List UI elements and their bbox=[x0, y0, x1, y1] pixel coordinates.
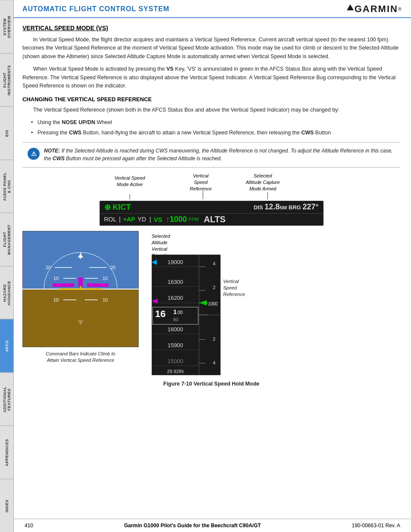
sidebar-tab-appendices[interactable]: APPENDICES bbox=[0, 426, 13, 479]
bullet-list: Using the NOSE UP/DN Wheel Pressing the … bbox=[37, 118, 400, 137]
note-label: NOTE: bbox=[44, 148, 60, 154]
footer-center-text: Garmin G1000 Pilot's Guide for the Beech… bbox=[124, 523, 261, 529]
svg-text:4: 4 bbox=[213, 360, 215, 365]
svg-text:20: 20 bbox=[46, 265, 51, 270]
svg-rect-20 bbox=[53, 283, 74, 287]
paragraph-2: When Vertical Speed Mode is activated by… bbox=[22, 65, 400, 90]
vs-key-bold: VS bbox=[166, 66, 174, 72]
svg-text:10: 10 bbox=[103, 297, 108, 302]
svg-text:2: 2 bbox=[213, 336, 215, 342]
svg-text:4: 4 bbox=[213, 261, 215, 266]
svg-text:16200: 16200 bbox=[168, 295, 183, 301]
vs-mode-text: VS bbox=[154, 216, 162, 223]
vsi-right-label: VerticalSpeedReference bbox=[223, 278, 245, 298]
ap-text: +AP bbox=[123, 216, 135, 223]
header-title: AUTOMATIC FLIGHT CONTROL SYSTEM bbox=[22, 5, 169, 13]
afcs-kict-text: ⊕ KICT bbox=[104, 202, 131, 212]
sidebar-tab-afcs[interactable]: AFCS bbox=[0, 319, 13, 373]
svg-text:19000: 19000 bbox=[168, 259, 183, 265]
cws-bold-2: CWS bbox=[301, 130, 314, 136]
note-text: NOTE: If the Selected Altitude is reache… bbox=[44, 147, 395, 163]
bullet-item-1: Using the NOSE UP/DN Wheel bbox=[37, 118, 400, 127]
note-box: ⚠ NOTE: If the Selected Altitude is reac… bbox=[22, 142, 400, 168]
yd-text: YD bbox=[138, 216, 146, 223]
svg-rect-4 bbox=[22, 289, 139, 347]
attitude-indicator-section: 20 20 10 10 10 10 bbox=[22, 231, 139, 364]
svg-text:16: 16 bbox=[155, 308, 165, 319]
svg-text:80: 80 bbox=[173, 317, 178, 322]
cws-bold-1: CWS bbox=[69, 130, 81, 136]
svg-text:10: 10 bbox=[53, 276, 59, 281]
fpm-text: FPM bbox=[189, 217, 199, 222]
diagram-section: Vertical SpeedMode Active VerticalSpeedR… bbox=[22, 173, 400, 387]
attitude-indicator-svg: 20 20 10 10 10 10 bbox=[22, 231, 139, 347]
nose-updn-bold: NOSE UP/DN bbox=[62, 119, 95, 125]
figure-caption: Figure 7-10 Vertical Speed Hold Mode bbox=[22, 381, 400, 387]
svg-text:29.92IN: 29.92IN bbox=[167, 369, 184, 374]
vsi-selected-altitude-label: SelectedAltitude bbox=[152, 233, 170, 246]
afcs-bar: ⊕ KICT DIS 12.8NM BRG 227° ROL | +AP YD … bbox=[100, 201, 324, 226]
registered-mark: ® bbox=[398, 6, 402, 12]
sidebar-tab-flight-management[interactable]: FLIGHTMANAGEMENT bbox=[0, 213, 13, 266]
garmin-logo: GARMIN® bbox=[347, 3, 402, 15]
vsi-section: SelectedAltitude VerticalSpeedReferenceB… bbox=[152, 231, 264, 376]
separator1: | bbox=[119, 216, 121, 223]
main-content: AUTOMATIC FLIGHT CONTROL SYSTEM GARMIN® … bbox=[14, 0, 411, 398]
page-body: VERTICAL SPEED MODE (VS) In Vertical Spe… bbox=[14, 18, 411, 398]
svg-text:1000: 1000 bbox=[208, 302, 218, 306]
garmin-logo-text: GARMIN bbox=[355, 3, 398, 15]
svg-text:1: 1 bbox=[173, 308, 177, 315]
svg-text:10: 10 bbox=[103, 276, 108, 281]
section-title: VERTICAL SPEED MODE (VS) bbox=[22, 25, 400, 31]
sidebar-tab-flight-instruments[interactable]: FLIGHTINSTRUMENTS bbox=[0, 53, 13, 107]
separator2: | bbox=[149, 216, 151, 223]
sidebar-tab-eis[interactable]: EIS bbox=[0, 106, 13, 160]
footer-page-number: 410 bbox=[25, 523, 33, 529]
altimeter-tape-svg: 19000 16300 16200 bbox=[152, 255, 199, 375]
sidebar-tab-audio-panel[interactable]: AUDIO PANEL& CNS bbox=[0, 160, 13, 213]
svg-text:15000: 15000 bbox=[168, 358, 183, 364]
vsi-diagram-container: 19000 16300 16200 bbox=[152, 255, 264, 376]
note-icon: ⚠ bbox=[28, 148, 40, 160]
svg-text:16000: 16000 bbox=[168, 326, 183, 333]
svg-text:15900: 15900 bbox=[168, 342, 183, 348]
sidebar: SYSTEMOVERVIEW FLIGHTINSTRUMENTS EIS AUD… bbox=[0, 0, 14, 532]
altimeter-tape-wrapper: 19000 16300 16200 bbox=[152, 255, 199, 376]
vs-value-text: ↑1000 bbox=[166, 215, 187, 224]
garmin-triangle-icon bbox=[347, 4, 354, 10]
rol-text: ROL bbox=[104, 216, 117, 223]
afcs-row1-right: DIS 12.8NM BRG 227° bbox=[254, 202, 319, 212]
bullet-item-2: Pressing the CWS Button, hand-flying the… bbox=[37, 128, 400, 137]
vsi-scale-svg: 4 2 1000 2 bbox=[199, 255, 221, 375]
svg-rect-22 bbox=[78, 277, 83, 287]
svg-text:2: 2 bbox=[213, 285, 215, 290]
page-header: AUTOMATIC FLIGHT CONTROL SYSTEM GARMIN® bbox=[14, 0, 411, 18]
diagrams-row: 20 20 10 10 10 10 bbox=[22, 231, 400, 376]
svg-text:00: 00 bbox=[177, 310, 183, 315]
afcs-status-bar-diagram: Vertical SpeedMode Active VerticalSpeedR… bbox=[87, 173, 336, 226]
page-footer: 410 Garmin G1000 Pilot's Guide for the B… bbox=[14, 519, 411, 532]
vsi-top-labels: SelectedAltitude VerticalSpeedReferenceB… bbox=[152, 231, 264, 255]
paragraph-1: In Vertical Speed Mode, the flight direc… bbox=[22, 36, 400, 61]
afcs-row1: ⊕ KICT DIS 12.8NM BRG 227° bbox=[100, 201, 323, 214]
sidebar-tab-additional[interactable]: ADDITIONALFEATURES bbox=[0, 373, 13, 426]
afcs-label-arrows bbox=[100, 173, 324, 201]
svg-text:16300: 16300 bbox=[168, 279, 183, 285]
svg-text:20: 20 bbox=[110, 265, 115, 270]
afcs-row2: ROL | +AP YD | VS ↑1000 FPM ALTS bbox=[100, 214, 323, 225]
svg-rect-21 bbox=[87, 283, 109, 287]
sidebar-tab-index[interactable]: INDEX bbox=[0, 479, 13, 532]
sidebar-tab-system-overview[interactable]: SYSTEMOVERVIEW bbox=[0, 0, 13, 53]
sidebar-tab-hazard[interactable]: HAZARDAVOIDANCE bbox=[0, 266, 13, 320]
footer-right-text: 190-00663-01 Rev. A bbox=[352, 523, 400, 529]
alts-text: ALTS bbox=[204, 215, 226, 224]
attitude-indicator-caption: Command Bars Indicate Climb toAttain Ver… bbox=[22, 351, 139, 364]
subsection-title: CHANGING THE VERTICAL SPEED REFERENCE bbox=[22, 96, 400, 103]
svg-text:10: 10 bbox=[53, 297, 59, 302]
sub-paragraph: The Vertical Speed Reference (shown both… bbox=[22, 106, 400, 114]
